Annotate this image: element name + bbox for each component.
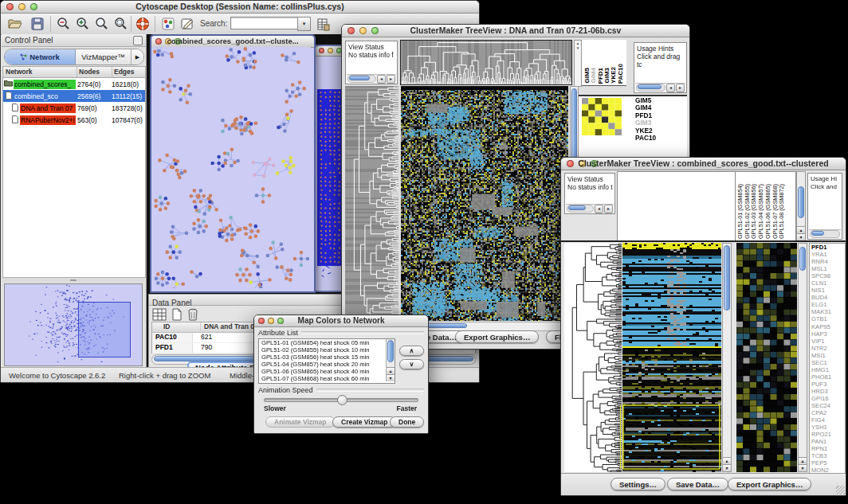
network-table-row[interactable]: DNA and Tran 07769(0)183728(0) xyxy=(3,102,145,114)
done-button[interactable]: Done xyxy=(390,416,424,428)
tv2-zoom-scroll-thumb[interactable] xyxy=(799,247,806,271)
tv2-row-dendrogram[interactable] xyxy=(564,243,622,472)
tv1-export-graphics-button[interactable]: Export Graphics… xyxy=(455,330,539,343)
scroll-up-icon[interactable]: ▴ xyxy=(799,457,807,464)
gene-label[interactable]: GPI16 xyxy=(810,395,845,402)
gene-label[interactable]: CLN1 xyxy=(810,279,845,287)
gene-label[interactable]: VIP1 xyxy=(810,338,845,345)
gene-label[interactable]: RNR4 xyxy=(810,258,845,265)
gene-label[interactable]: SEC1 xyxy=(810,359,845,366)
search-dropdown-button[interactable]: ▾ xyxy=(297,17,311,31)
column-label[interactable]: GPL51-01 (GSM854) xyxy=(736,184,744,239)
save-icon[interactable] xyxy=(29,16,45,32)
gene-label[interactable]: MAK31 xyxy=(810,308,845,315)
tv1-row-dendrogram[interactable] xyxy=(345,86,398,319)
network-name[interactable]: combined_sco xyxy=(14,92,76,101)
gene-label[interactable]: PAN1 xyxy=(810,438,845,445)
gene-label[interactable]: BUD4 xyxy=(810,294,845,301)
tv1-zoom-heatmap[interactable] xyxy=(582,98,622,135)
treeview1-titlebar[interactable]: ClusterMaker TreeView : DNA and Tran 07-… xyxy=(342,25,689,37)
dialog-titlebar[interactable]: Map Colors to Network xyxy=(254,315,428,327)
search-input[interactable] xyxy=(230,17,300,29)
vizmap-icon[interactable] xyxy=(160,16,176,32)
tv2-viewstatus-scrollbar[interactable]: ◂ ▸ xyxy=(566,204,614,213)
scroll-right-icon[interactable]: ▸ xyxy=(676,84,685,92)
attribute-listbox[interactable]: GPL51-01 (GSM854) heat shock 05 minGPL51… xyxy=(258,338,395,384)
scroll-left-icon[interactable]: ◂ xyxy=(595,205,603,213)
gene-label[interactable]: NTR2 xyxy=(810,345,845,352)
open-file-icon[interactable] xyxy=(7,16,23,32)
network-view-titlebar[interactable]: combined_scores_good.txt--cluste... xyxy=(151,36,314,48)
gene-label[interactable]: PUF3 xyxy=(810,381,845,388)
column-label[interactable]: GPL51-06 (GSM865) xyxy=(764,184,771,239)
panel-splitter[interactable] xyxy=(2,278,144,283)
column-label[interactable]: PAC10 xyxy=(617,64,624,84)
tv2-global-scroll-thumb[interactable] xyxy=(724,245,730,311)
gene-label[interactable]: RPO21 xyxy=(810,431,845,438)
annotation-icon[interactable] xyxy=(179,16,195,32)
attribute-list-scroll-thumb[interactable] xyxy=(387,340,394,362)
zoom-out-icon[interactable] xyxy=(55,16,71,32)
gene-label[interactable]: PAC10 xyxy=(635,135,683,142)
gene-label[interactable]: GTB1 xyxy=(810,315,845,322)
move-up-button[interactable]: ∧ xyxy=(399,346,424,356)
help-lifering-icon[interactable] xyxy=(135,16,151,32)
zoom-selected-icon[interactable] xyxy=(112,16,128,32)
network-table-row[interactable]: combined_scores_2764(0)16218(0) xyxy=(3,78,145,90)
tv2-collabel-scrollbar[interactable]: ▴▾ xyxy=(796,171,806,241)
gene-label[interactable]: ELG1 xyxy=(810,301,845,308)
resize-grip[interactable] xyxy=(836,486,845,494)
tv1-column-dendrogram[interactable] xyxy=(400,40,572,85)
tab-network[interactable]: Network xyxy=(5,49,76,64)
tv2-zoom-scrollbar[interactable]: ▴▾ xyxy=(798,243,807,472)
attribute-list-item[interactable]: GPL51-07 (GSM868) heat shock 60 min xyxy=(260,376,385,383)
tv1-vscroll-thumb[interactable] xyxy=(571,88,577,160)
gene-label[interactable]: HRD3 xyxy=(810,388,845,395)
network-name[interactable]: DNA and Tran 07 xyxy=(20,104,76,113)
network-table-row[interactable]: combined_sco2569(6)13112(15) xyxy=(3,90,145,102)
gene-label[interactable]: SPC98 xyxy=(810,272,845,279)
network-overview-canvas[interactable] xyxy=(4,283,143,366)
scroll-down-icon[interactable]: ▾ xyxy=(723,464,731,471)
zoom-in-icon[interactable] xyxy=(74,16,90,32)
scroll-up-icon[interactable]: ▴ xyxy=(387,367,395,374)
gene-label[interactable]: MSI1 xyxy=(810,352,845,359)
tv2-export-graphics-button[interactable]: Export Graphics… xyxy=(728,478,811,490)
column-label[interactable]: GPL51-04 (GSM857) xyxy=(757,184,764,239)
tv2-column-tree-area[interactable] xyxy=(617,171,736,241)
tv2-save-data-button[interactable]: Save Data… xyxy=(667,478,728,490)
tab-vizmapper[interactable]: VizMapper™ xyxy=(76,49,132,64)
gene-label[interactable]: HMG1 xyxy=(810,366,845,373)
create-vizmap-button[interactable]: Create Vizmap xyxy=(332,416,396,428)
animation-speed-slider[interactable] xyxy=(264,398,418,402)
move-down-button[interactable]: ∨ xyxy=(399,359,424,369)
gene-label[interactable]: YRA1 xyxy=(810,251,845,258)
tv2-collabel-scroll-thumb[interactable] xyxy=(798,186,804,218)
datapanel-col-id[interactable]: ID xyxy=(152,322,201,332)
gene-label[interactable]: MSL1 xyxy=(810,265,845,272)
gene-label[interactable]: SEC24 xyxy=(810,402,845,409)
tv1-usage-scrollbar[interactable]: ◂ ▸ xyxy=(635,83,685,92)
tv2-global-heatmap[interactable] xyxy=(622,243,721,472)
col-header-edges[interactable]: Edges xyxy=(112,67,145,77)
zoom-fit-icon[interactable] xyxy=(93,16,109,32)
scroll-right-icon[interactable]: ▸ xyxy=(604,205,613,213)
main-titlebar[interactable]: Cytoscape Desktop (Session Name: collins… xyxy=(1,1,479,14)
gene-label[interactable]: RPN1 xyxy=(810,445,845,452)
gene-label[interactable]: PHO81 xyxy=(810,373,845,381)
animate-vizmap-button[interactable]: Animate Vizmap xyxy=(265,416,336,428)
tv2-usage-scrollbar[interactable] xyxy=(809,229,841,238)
scroll-down-icon[interactable]: ▾ xyxy=(387,374,395,381)
gene-label[interactable]: TCB3 xyxy=(810,452,845,459)
network-table-row[interactable]: RNAPuberNov2+!563(0)107847(0) xyxy=(3,114,145,126)
tv1-viewstatus-scrollbar[interactable]: ◂ ▸ xyxy=(347,74,396,83)
gene-label[interactable]: NIS1 xyxy=(810,287,845,294)
float-panel-icon[interactable] xyxy=(133,36,143,45)
gene-label[interactable]: YSH1 xyxy=(810,424,845,431)
gene-label[interactable]: FIG4 xyxy=(810,416,845,424)
import-table-icon[interactable] xyxy=(315,16,331,32)
column-label[interactable]: GPL51-08 (GSM872) xyxy=(778,184,785,239)
tv2-global-scrollbar[interactable]: ▴▾ xyxy=(722,243,732,472)
scroll-left-icon[interactable]: ◂ xyxy=(377,75,386,84)
attribute-list-scrollbar[interactable]: ▴▾ xyxy=(386,339,395,381)
